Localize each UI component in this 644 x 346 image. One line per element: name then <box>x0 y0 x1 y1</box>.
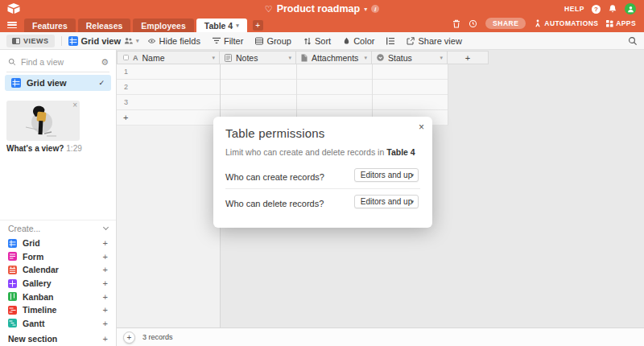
row-height-button[interactable] <box>386 37 394 45</box>
help-button[interactable]: HELP <box>564 5 584 13</box>
chevron-down-icon[interactable]: ▾ <box>364 55 367 61</box>
record-count: 3 records <box>142 333 173 341</box>
gantt-view-icon <box>8 319 17 327</box>
bell-icon[interactable] <box>608 4 617 14</box>
create-calendar-view[interactable]: Calendar + <box>0 263 116 277</box>
topbar-right: HELP ? <box>564 0 636 18</box>
trash-icon[interactable] <box>452 19 460 28</box>
close-icon[interactable]: × <box>72 101 77 109</box>
column-header-name[interactable]: A Name ▾ <box>117 51 220 64</box>
hide-fields-button[interactable]: Hide fields <box>147 36 200 46</box>
sidebar-item-grid-view[interactable]: Grid view ✓ <box>5 75 111 91</box>
share-view-button[interactable]: Share view <box>407 36 461 46</box>
current-view-button[interactable]: Grid view ▾ <box>68 36 139 46</box>
gear-icon[interactable]: ⚙ <box>101 57 109 68</box>
view-name: Grid view <box>27 78 67 88</box>
video-illustration <box>6 101 80 141</box>
create-gantt-view[interactable]: Gantt + <box>0 317 116 331</box>
sort-button[interactable]: Sort <box>303 36 331 46</box>
base-title-group[interactable]: ♡ Product roadmap ▾ i <box>0 0 644 18</box>
filter-icon <box>213 37 221 44</box>
tutorial-video-thumbnail[interactable]: × <box>6 101 80 141</box>
topbar: ♡ Product roadmap ▾ i HELP ? <box>0 0 644 32</box>
add-section-icon[interactable]: + <box>103 334 108 344</box>
tab-releases[interactable]: Releases <box>78 19 131 32</box>
add-view-icon[interactable]: + <box>103 252 108 262</box>
table-row[interactable]: 1 <box>117 64 448 80</box>
long-text-field-icon <box>225 54 232 62</box>
search-icon <box>8 58 16 66</box>
history-icon[interactable] <box>469 19 477 28</box>
column-header-status[interactable]: Status ▾ <box>372 51 448 64</box>
dialog-subtitle: Limit who can create and delete records … <box>225 147 415 157</box>
tab-bar: Features Releases Employees Table 4 ▾ + <box>0 18 644 32</box>
chevron-down-icon: ▾ <box>136 38 139 44</box>
tab-employees[interactable]: Employees <box>133 19 193 32</box>
table-name: Table 4 <box>386 147 415 157</box>
search-icon[interactable] <box>628 36 638 46</box>
color-button[interactable]: Color <box>343 36 374 46</box>
base-actions: SHARE AUTOMATIONS APPS <box>452 16 644 31</box>
create-section-header[interactable]: Create... <box>0 220 116 237</box>
find-view-input[interactable] <box>21 57 90 67</box>
add-view-icon[interactable]: + <box>103 238 108 248</box>
chevron-down-icon: ▾ <box>364 6 367 13</box>
add-table-button[interactable]: + <box>253 20 263 31</box>
chevron-down-icon[interactable]: ▾ <box>440 55 443 61</box>
column-header-notes[interactable]: Notes ▾ <box>220 51 296 64</box>
filter-button[interactable]: Filter <box>213 36 243 46</box>
grid-view-icon <box>8 239 17 248</box>
grid-view-icon <box>68 36 78 46</box>
attachment-field-icon <box>301 54 308 62</box>
table-row[interactable]: 2 <box>117 80 448 95</box>
create-gallery-view[interactable]: Gallery + <box>0 277 116 290</box>
add-view-icon[interactable]: + <box>103 265 108 274</box>
new-section-button[interactable]: New section + <box>0 332 116 346</box>
video-duration: 1:29 <box>66 144 81 153</box>
automations-button[interactable]: AUTOMATIONS <box>534 19 598 27</box>
views-toggle-button[interactable]: VIEWS <box>6 35 55 47</box>
create-records-select[interactable]: Editors and up ▾ <box>354 168 419 182</box>
sidebar-toggle-icon[interactable] <box>7 22 17 28</box>
create-grid-view[interactable]: Grid + <box>0 237 116 250</box>
chevron-down-icon <box>103 224 109 230</box>
views-sidebar-icon <box>12 38 20 44</box>
paint-drop-icon <box>343 37 350 45</box>
add-field-button[interactable]: + <box>448 51 489 64</box>
chevron-down-icon[interactable]: ▾ <box>288 55 291 61</box>
collaborators-icon <box>124 37 133 44</box>
close-icon[interactable]: × <box>419 122 424 133</box>
apps-button[interactable]: APPS <box>606 19 636 27</box>
tab-table-4[interactable]: Table 4 ▾ <box>196 19 247 32</box>
group-button[interactable]: Group <box>255 36 291 46</box>
table-row[interactable]: 3 <box>117 95 448 110</box>
share-button[interactable]: SHARE <box>485 18 526 29</box>
chevron-down-icon[interactable]: ▾ <box>236 23 239 29</box>
topbar-row1: ♡ Product roadmap ▾ i HELP ? <box>0 0 644 18</box>
chevron-down-icon[interactable]: ▾ <box>212 55 215 61</box>
create-records-question: Who can create records? <box>225 172 324 182</box>
table-permissions-dialog: × Table permissions Limit who can create… <box>213 117 432 228</box>
primary-column-background <box>117 126 220 327</box>
delete-records-select[interactable]: Editors and up ▾ <box>354 195 419 208</box>
view-search: ⚙ <box>0 54 117 70</box>
column-header-attachments[interactable]: Attachments ▾ <box>296 51 372 64</box>
add-view-icon[interactable]: + <box>103 292 108 302</box>
add-view-icon[interactable]: + <box>103 305 108 315</box>
help-question-icon[interactable]: ? <box>592 5 601 14</box>
add-view-icon[interactable]: + <box>103 319 108 328</box>
tab-features[interactable]: Features <box>24 19 76 32</box>
view-toolbar: VIEWS Grid view ▾ Hide fields <box>0 32 644 50</box>
create-form-view[interactable]: Form + <box>0 250 116 264</box>
create-timeline-view[interactable]: Timeline + <box>0 303 116 317</box>
create-view-section: Create... Grid + Form + Calendar + Galle… <box>0 220 116 346</box>
timeline-view-icon <box>8 306 17 315</box>
add-view-icon[interactable]: + <box>103 278 108 288</box>
user-avatar[interactable] <box>625 3 636 14</box>
create-kanban-view[interactable]: Kanban + <box>0 290 116 303</box>
add-record-button[interactable]: + <box>123 332 135 344</box>
base-title: Product roadmap <box>277 3 361 14</box>
row-number: 3 <box>124 98 128 106</box>
info-icon[interactable]: i <box>371 5 379 13</box>
select-all-checkbox[interactable] <box>123 55 129 60</box>
